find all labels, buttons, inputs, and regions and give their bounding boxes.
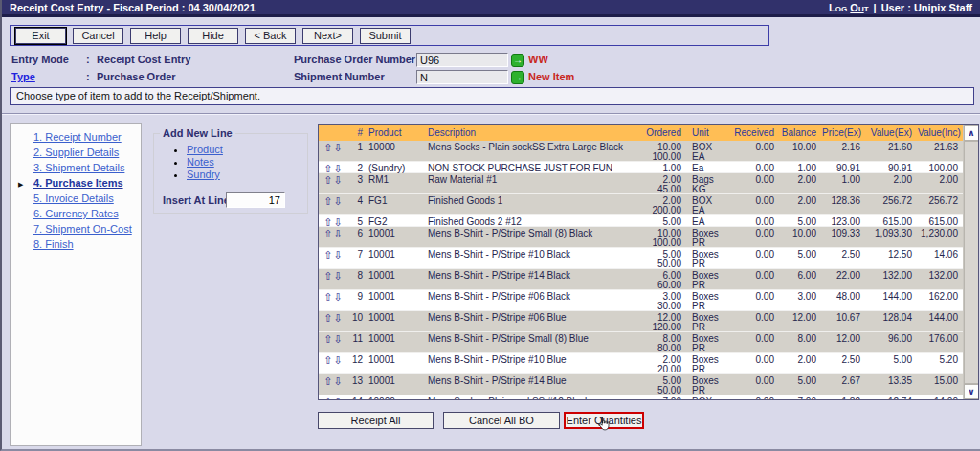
move-down-icon[interactable]: ⇩	[334, 313, 343, 332]
row-balance: 8.00	[780, 333, 822, 353]
move-up-icon[interactable]: ⇧	[323, 376, 332, 395]
move-down-icon[interactable]: ⇩	[334, 355, 343, 374]
row-description: Mens B-Shirt - P/Stripe #14 Blue	[428, 375, 631, 395]
row-unit: Ea	[684, 163, 732, 173]
sidebar-item-label[interactable]: 1. Receipt Number	[33, 131, 122, 143]
po-go-arrow-icon[interactable]: →	[511, 54, 524, 67]
row-product: 10001	[368, 312, 428, 332]
scrollbar-thumb[interactable]	[964, 141, 979, 384]
move-up-icon[interactable]: ⇧	[323, 334, 332, 353]
add-notes-link[interactable]: Notes	[187, 156, 214, 168]
logout-link[interactable]: Log Out	[829, 2, 868, 13]
row-description: NON-STOCK PURCHASE JUST FOR FUN	[428, 163, 631, 173]
sidebar-item[interactable]: ▶ 4. Purchase Items	[11, 175, 141, 191]
row-value-ex: 615.00	[866, 216, 918, 227]
row-received: 0.00	[732, 375, 780, 395]
move-down-icon[interactable]: ⇩	[334, 175, 343, 194]
row-balance: 2.00	[780, 174, 822, 194]
move-up-icon[interactable]: ⇧	[323, 164, 332, 173]
sidebar-item-label[interactable]: 2. Supplier Details	[33, 147, 119, 158]
row-product: 10001	[368, 249, 428, 269]
row-number: 8	[347, 270, 368, 290]
sidebar-item[interactable]: ▶ 1. Receipt Number	[11, 129, 141, 145]
enter-quantities-button[interactable]: Enter Quantities	[564, 412, 644, 429]
move-up-icon[interactable]: ⇧	[323, 313, 332, 332]
exit-button[interactable]: Exit	[15, 28, 66, 44]
row-product: 10001	[368, 228, 428, 248]
cancel-all-bo-button[interactable]: Cancel All BO	[443, 412, 560, 429]
sidebar-item[interactable]: ▶ 3. Shipment Details	[11, 160, 141, 175]
move-up-icon[interactable]: ⇧	[323, 196, 332, 215]
move-down-icon[interactable]: ⇩	[334, 334, 343, 353]
sidebar-item[interactable]: ▶ 8. Finish	[11, 237, 141, 252]
insert-at-line-input[interactable]	[226, 192, 285, 208]
add-sundry-link[interactable]: Sundry	[187, 169, 220, 180]
shipment-number-input[interactable]	[416, 70, 508, 84]
type-value: Purchase Order	[97, 71, 176, 82]
scroll-up-icon[interactable]: ∧	[964, 125, 979, 141]
back-button[interactable]: < Back	[245, 28, 296, 44]
move-down-icon[interactable]: ⇩	[334, 292, 343, 311]
sidebar-item[interactable]: ▶ 7. Shipment On-Cost	[11, 221, 141, 237]
move-down-icon[interactable]: ⇩	[334, 250, 343, 269]
entry-mode-value: Receipt Cost Entry	[97, 54, 190, 65]
row-number: 7	[347, 249, 368, 269]
help-button[interactable]: Help	[130, 28, 181, 44]
sidebar-item-label[interactable]: 4. Purchase Items	[33, 177, 123, 189]
sidebar-item[interactable]: ▶ 2. Supplier Details	[11, 145, 141, 160]
move-up-icon[interactable]: ⇧	[323, 143, 332, 162]
sidebar-item-label[interactable]: 5. Invoice Details	[33, 192, 114, 204]
type-link[interactable]: Type	[11, 71, 35, 82]
row-number: 10	[347, 312, 368, 332]
sidebar-item-label[interactable]: 6. Currency Rates	[33, 208, 119, 219]
move-down-icon[interactable]: ⇩	[334, 143, 343, 162]
move-up-icon[interactable]: ⇧	[323, 229, 332, 248]
row-received: 0.00	[732, 396, 780, 400]
move-down-icon[interactable]: ⇩	[334, 229, 343, 248]
next-button[interactable]: Next>	[302, 28, 353, 44]
row-balance: 2.00	[780, 354, 822, 374]
row-received: 0.00	[732, 333, 780, 353]
row-price-ex: 90.91	[822, 163, 866, 173]
row-value-inc: 15.00	[918, 375, 964, 395]
sidebar-item-label[interactable]: 7. Shipment On-Cost	[33, 223, 132, 235]
sidebar-item-label[interactable]: 8. Finish	[33, 238, 74, 250]
sidebar-item-label[interactable]: 3. Shipment Details	[33, 162, 124, 173]
active-arrow-icon: ▶	[18, 179, 23, 191]
col-received: Received	[732, 125, 780, 141]
move-up-icon[interactable]: ⇧	[323, 355, 332, 374]
row-product: FG2	[368, 216, 428, 227]
move-down-icon[interactable]: ⇩	[334, 196, 343, 215]
row-balance: 6.00	[780, 270, 822, 290]
hide-button[interactable]: Hide	[188, 28, 238, 44]
row-number: 3	[347, 174, 368, 194]
row-price-ex: 22.00	[822, 270, 866, 290]
move-up-icon[interactable]: ⇧	[323, 271, 332, 290]
add-product-link[interactable]: Product	[187, 144, 223, 155]
move-down-icon[interactable]: ⇩	[334, 397, 343, 400]
move-down-icon[interactable]: ⇩	[334, 271, 343, 290]
move-down-icon[interactable]: ⇩	[334, 164, 343, 173]
row-unit: BoxesPR	[684, 333, 732, 353]
move-up-icon[interactable]: ⇧	[323, 217, 332, 227]
move-down-icon[interactable]: ⇩	[334, 376, 343, 395]
sidebar-item[interactable]: ▶ 6. Currency Rates	[11, 206, 141, 221]
row-unit: BOXEA	[684, 396, 732, 400]
vertical-scrollbar[interactable]: ∧ ∨	[963, 125, 978, 399]
purchase-order-number-input[interactable]	[416, 53, 508, 67]
scroll-down-icon[interactable]: ∨	[964, 384, 979, 399]
row-number: 14	[347, 396, 368, 400]
move-up-icon[interactable]: ⇧	[323, 397, 332, 400]
shipment-go-arrow-icon[interactable]: →	[511, 71, 524, 84]
move-up-icon[interactable]: ⇧	[323, 175, 332, 194]
row-unit: BOXEA	[684, 142, 732, 162]
cancel-button[interactable]: Cancel	[73, 28, 123, 44]
move-up-icon[interactable]: ⇧	[323, 292, 332, 311]
sidebar-item[interactable]: ▶ 5. Invoice Details	[11, 191, 141, 206]
col-description: Description	[428, 125, 631, 141]
row-value-ex: 90.91	[866, 163, 918, 173]
submit-button[interactable]: Submit	[360, 28, 411, 44]
move-up-icon[interactable]: ⇧	[323, 250, 332, 269]
receipt-all-button[interactable]: Receipt All	[318, 412, 434, 429]
move-down-icon[interactable]: ⇩	[334, 217, 343, 227]
